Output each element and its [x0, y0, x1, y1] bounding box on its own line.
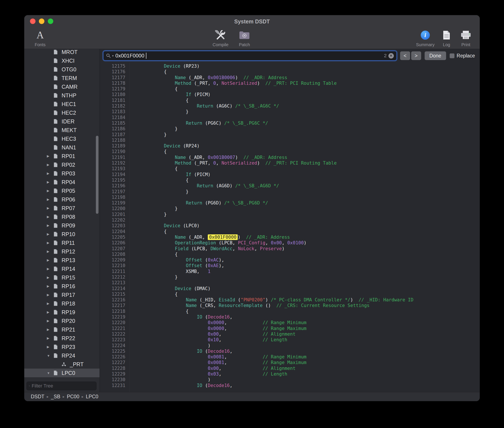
sidebar-item-prt[interactable]: _PRT	[24, 360, 99, 369]
sidebar-item-hec1[interactable]: HEC1	[24, 100, 99, 108]
compile-button[interactable]: Compile	[209, 28, 232, 47]
sidebar-item-mrot[interactable]: MROT	[24, 49, 99, 56]
previous-match-button[interactable]: <	[400, 51, 410, 60]
disclosure-closed-icon[interactable]: ▶	[47, 345, 53, 349]
code-text: Method (_PRT, 0, NotSerialized) // _PRT:…	[129, 81, 337, 86]
sidebar-item-camr[interactable]: CAMR	[24, 82, 99, 91]
titlebar[interactable]: System DSDT	[24, 15, 480, 27]
sidebar-item-rp21[interactable]: ▶RP21	[24, 325, 99, 334]
sidebar-item-rp24[interactable]: ▼RP24	[24, 351, 99, 360]
sidebar-item-lpc0[interactable]: ▼LPC0	[24, 369, 99, 377]
disclosure-closed-icon[interactable]: ▶	[47, 250, 53, 254]
disclosure-closed-icon[interactable]: ▶	[47, 319, 53, 323]
disclosure-closed-icon[interactable]: ▶	[47, 241, 53, 245]
zoom-button[interactable]	[48, 18, 53, 24]
line-number: 12221	[100, 326, 129, 331]
sidebar-item-rp01[interactable]: ▶RP01	[24, 152, 99, 160]
sidebar-item-rp10[interactable]: ▶RP10	[24, 230, 99, 239]
replace-checkbox[interactable]	[450, 53, 454, 58]
disclosure-closed-icon[interactable]: ▶	[47, 267, 53, 271]
sidebar-item-rp02[interactable]: ▶RP02	[24, 160, 99, 169]
sidebar-item-rp11[interactable]: ▶RP11	[24, 239, 99, 247]
breadcrumb-item[interactable]: DSDT	[31, 394, 44, 400]
line-number: 12215	[100, 291, 129, 297]
done-button[interactable]: Done	[425, 51, 446, 60]
sidebar-item-hec2[interactable]: HEC2	[24, 108, 99, 117]
sidebar-item-rp06[interactable]: ▶RP06	[24, 195, 99, 204]
search-menu-chevron-icon[interactable]: ▾	[112, 54, 114, 58]
breadcrumb-item[interactable]: _SB	[51, 394, 60, 400]
sidebar-item-rp16[interactable]: ▶RP16	[24, 282, 99, 290]
sidebar-item-rp09[interactable]: ▶RP09	[24, 221, 99, 230]
disclosure-closed-icon[interactable]: ▶	[47, 276, 53, 280]
sidebar-item-rp05[interactable]: ▶RP05	[24, 187, 99, 195]
code-line: 12192 Method (_PRT, 0, NotSerialized) //…	[100, 160, 480, 166]
filter-field[interactable]	[26, 382, 97, 390]
disclosure-closed-icon[interactable]: ▶	[47, 215, 53, 219]
disclosure-closed-icon[interactable]: ▶	[47, 310, 53, 314]
patch-button[interactable]: Patch	[232, 28, 256, 47]
summary-button[interactable]: i Summary	[413, 28, 437, 47]
disclosure-closed-icon[interactable]: ▶	[47, 206, 53, 210]
sidebar-item-rp15[interactable]: ▶RP15	[24, 273, 99, 282]
log-button[interactable]: Log	[437, 28, 456, 47]
sidebar-item-nthp[interactable]: NTHP	[24, 91, 99, 100]
sidebar-item-rp13[interactable]: ▶RP13	[24, 256, 99, 264]
sidebar-scrollbar[interactable]	[96, 136, 99, 214]
disclosure-closed-icon[interactable]: ▶	[47, 328, 53, 331]
search-input[interactable]: ▾ 0x001F0000 2 ✕	[103, 51, 397, 60]
disclosure-closed-icon[interactable]: ▶	[47, 154, 53, 158]
disclosure-closed-icon[interactable]: ▶	[47, 198, 53, 201]
sidebar-item-xhci[interactable]: XHCI	[24, 56, 99, 65]
close-button[interactable]	[30, 18, 36, 24]
disclosure-closed-icon[interactable]: ▶	[47, 189, 53, 193]
code-area[interactable]: 12175 Device (RP23)12176 {12177 Name (_A…	[100, 62, 480, 392]
disclosure-open-icon[interactable]: ▼	[47, 371, 53, 375]
sidebar-item-otg0[interactable]: OTG0	[24, 65, 99, 74]
minimize-button[interactable]	[39, 18, 44, 24]
sidebar-item-rp20[interactable]: ▶RP20	[24, 317, 99, 325]
next-match-button[interactable]: >	[411, 51, 421, 60]
sidebar-item-hec3[interactable]: HEC3	[24, 134, 99, 143]
disclosure-closed-icon[interactable]: ▶	[47, 232, 53, 236]
clear-search-icon[interactable]: ✕	[388, 53, 394, 58]
disclosure-closed-icon[interactable]: ▶	[47, 223, 53, 227]
filter-tree-input[interactable]	[32, 383, 94, 389]
device-icon	[53, 214, 59, 219]
code-line: 12206 OperationRegion (LPCB, PCI_Config,…	[100, 240, 480, 246]
sidebar-item-nan1[interactable]: NAN1	[24, 143, 99, 152]
disclosure-closed-icon[interactable]: ▶	[47, 302, 53, 305]
sidebar-item-term[interactable]: TERM	[24, 74, 99, 82]
code-lines: 12175 Device (RP23)12176 {12177 Name (_A…	[100, 63, 480, 388]
breadcrumb-item[interactable]: LPC0	[86, 394, 99, 400]
sidebar-item-ider[interactable]: IDER	[24, 117, 99, 126]
sidebar-item-rp17[interactable]: ▶RP17	[24, 290, 99, 299]
disclosure-closed-icon[interactable]: ▶	[47, 284, 53, 288]
sidebar-item-rp14[interactable]: ▶RP14	[24, 264, 99, 273]
disclosure-closed-icon[interactable]: ▶	[47, 258, 53, 262]
sidebar-item-rp08[interactable]: ▶RP08	[24, 213, 99, 221]
disclosure-closed-icon[interactable]: ▶	[47, 180, 53, 184]
sidebar-item-rp12[interactable]: ▶RP12	[24, 247, 99, 256]
sidebar-item-rp18[interactable]: ▶RP18	[24, 299, 99, 308]
disclosure-closed-icon[interactable]: ▶	[47, 336, 53, 340]
disclosure-closed-icon[interactable]: ▶	[47, 163, 53, 167]
line-number: 12230	[100, 377, 129, 382]
disclosure-closed-icon[interactable]: ▶	[47, 293, 53, 297]
disclosure-open-icon[interactable]: ▼	[47, 354, 53, 358]
sidebar-item-mekt[interactable]: MEKT	[24, 126, 99, 134]
sidebar-item-rp23[interactable]: ▶RP23	[24, 343, 99, 351]
breadcrumb-item[interactable]: PC00	[67, 394, 79, 400]
sidebar-item-rp04[interactable]: ▶RP04	[24, 178, 99, 187]
replace-toggle[interactable]: Replace	[450, 53, 475, 59]
device-icon	[53, 67, 59, 72]
disclosure-closed-icon[interactable]: ▶	[47, 172, 53, 175]
line-number: 12180	[100, 92, 129, 97]
fonts-button[interactable]: A Fonts	[28, 28, 52, 47]
sidebar-item-rp19[interactable]: ▶RP19	[24, 308, 99, 317]
line-number: 12225	[100, 348, 129, 354]
sidebar-item-rp22[interactable]: ▶RP22	[24, 334, 99, 343]
sidebar-item-rp03[interactable]: ▶RP03	[24, 169, 99, 178]
print-button[interactable]: Print	[456, 28, 476, 47]
sidebar-item-rp07[interactable]: ▶RP07	[24, 204, 99, 213]
